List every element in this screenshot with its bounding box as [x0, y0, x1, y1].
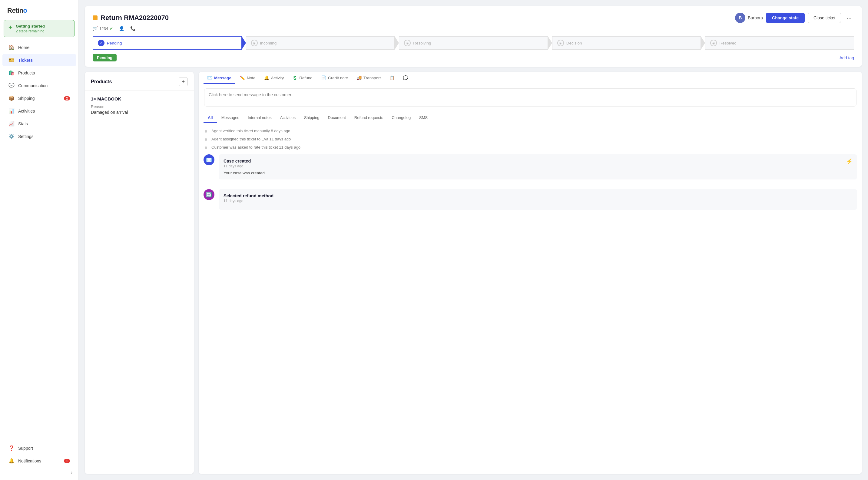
- sidebar-item-activities[interactable]: 📊 Activities: [2, 105, 76, 117]
- phone-value: –: [137, 26, 139, 31]
- sidebar-item-support[interactable]: ❓ Support: [2, 442, 76, 454]
- home-icon: 🏠: [8, 44, 14, 50]
- timeline-body: Your case was created: [223, 171, 852, 175]
- sidebar-item-label: Tickets: [18, 58, 33, 63]
- sidebar-item-label: Notifications: [18, 458, 41, 464]
- tab-note[interactable]: ✏️ Note: [236, 72, 259, 84]
- progress-step-resolving[interactable]: ◉ Resolving: [399, 36, 548, 49]
- activity-item: Agent verified this ticket manually 8 da…: [199, 127, 862, 135]
- assignee-name: Barbora: [748, 15, 763, 20]
- credit_note-tab-label: Credit note: [328, 76, 348, 80]
- sidebar-item-settings[interactable]: ⚙️ Settings: [2, 130, 76, 142]
- sidebar-item-communication[interactable]: 💬 Communication: [2, 79, 76, 92]
- bottom-split: Products + 1× MACBOOK Reason Damaged on …: [85, 72, 862, 474]
- message-panel: ✉️ Message ✏️ Note 🔔 Activity 💲 Refund 📄…: [199, 72, 862, 474]
- customer-meta: 👤: [119, 26, 124, 31]
- tab-refund[interactable]: 💲 Refund: [289, 72, 316, 84]
- add-tag-button[interactable]: Add tag: [840, 56, 854, 60]
- sidebar-item-stats[interactable]: 📈 Stats: [2, 117, 76, 130]
- step-arrow: [242, 36, 246, 49]
- sidebar-bottom: ❓ Support 🔔 Notifications 1 ›: [0, 439, 79, 480]
- sidebar-item-label: Shipping: [18, 96, 35, 101]
- sidebar-item-label: Communication: [18, 83, 48, 88]
- filter-tab-internal_notes[interactable]: Internal notes: [244, 112, 276, 123]
- compose-input[interactable]: [204, 89, 857, 106]
- tab-chat[interactable]: 💭: [399, 72, 411, 84]
- phone-meta: 📞 –: [130, 26, 139, 31]
- filter-tab-shipping[interactable]: Shipping: [300, 112, 324, 123]
- change-state-button[interactable]: Change state: [766, 13, 805, 23]
- close-ticket-button[interactable]: Close ticket: [808, 13, 841, 23]
- document-tab-icon: 📋: [389, 75, 394, 80]
- sidebar-item-label: Activities: [18, 109, 35, 113]
- order-number: 1234: [99, 26, 108, 31]
- timeline-action-icon[interactable]: ⚡: [846, 158, 853, 165]
- assignee-display[interactable]: B Barbora: [735, 13, 763, 23]
- product-item: 1× MACBOOK Reason Damaged on arrival: [85, 91, 194, 120]
- stats-icon: 📈: [8, 121, 14, 127]
- note-tab-label: Note: [247, 76, 256, 80]
- sidebar-item-label: Support: [18, 446, 33, 451]
- sidebar-item-label: Products: [18, 70, 35, 75]
- filter-tab-sms[interactable]: SMS: [415, 112, 432, 123]
- timeline-time: 11 days ago: [223, 164, 852, 168]
- sidebar-item-notifications[interactable]: 🔔 Notifications 1: [2, 454, 76, 467]
- collapse-sidebar-button[interactable]: ›: [0, 467, 79, 478]
- step-arrow: [395, 36, 399, 49]
- tab-transport[interactable]: 🚚 Transport: [353, 72, 384, 84]
- products-panel-title: Products: [91, 79, 112, 84]
- chat-tab-icon: 💭: [403, 75, 408, 80]
- timeline-content: Case created 11 days ago Your case was c…: [219, 155, 857, 179]
- step-circle: ◉: [710, 40, 717, 46]
- sidebar-item-shipping[interactable]: 📦 Shipping 2: [2, 92, 76, 104]
- filter-tab-all[interactable]: All: [204, 112, 217, 123]
- ticket-color-indicator: [93, 15, 97, 20]
- bottom-nav-menu: ❓ Support 🔔 Notifications 1: [0, 442, 79, 467]
- tab-message[interactable]: ✉️ Message: [204, 72, 235, 84]
- tab-credit_note[interactable]: 📄 Credit note: [317, 72, 352, 84]
- add-product-button[interactable]: +: [179, 77, 188, 86]
- tab-document[interactable]: 📋: [385, 72, 398, 84]
- credit_note-tab-icon: 📄: [321, 75, 326, 80]
- product-reason-label: Reason: [91, 104, 188, 109]
- activity-feed: Agent verified this ticket manually 8 da…: [199, 123, 862, 474]
- progress-step-incoming[interactable]: ◉ Incoming: [246, 36, 395, 49]
- main-content: Return RMA20220070 B Barbora Change stat…: [79, 0, 868, 480]
- filter-tab-refund_requests[interactable]: Refund requests: [350, 112, 388, 123]
- cart-icon: 🛒: [93, 26, 98, 31]
- products-panel-header: Products +: [85, 72, 194, 91]
- filter-tab-messages[interactable]: Messages: [217, 112, 244, 123]
- ticket-title: Return RMA20220070: [93, 14, 169, 22]
- sidebar-item-products[interactable]: 🛍️ Products: [2, 67, 76, 79]
- timeline-avatar: ✉️: [204, 155, 214, 165]
- progress-step-pending[interactable]: ✓ Pending: [93, 36, 242, 49]
- step-arrow: [548, 36, 552, 49]
- sidebar-item-label: Settings: [18, 134, 34, 139]
- filter-tab-activities[interactable]: Activities: [276, 112, 300, 123]
- ticket-title-row: Return RMA20220070 B Barbora Change stat…: [93, 13, 854, 23]
- sidebar-item-tickets[interactable]: 🎫 Tickets: [2, 54, 76, 66]
- getting-started-banner[interactable]: ✦ Getting started 2 steps remaining: [4, 20, 75, 37]
- support-icon: ❓: [8, 445, 14, 451]
- communication-icon: 💬: [8, 82, 14, 89]
- sidebar-item-home[interactable]: 🏠 Home: [2, 41, 76, 54]
- product-reason-value: Damaged on arrival: [91, 110, 188, 115]
- step-circle: ✓: [98, 40, 104, 46]
- tab-activity[interactable]: 🔔 Activity: [260, 72, 288, 84]
- message-tab-bar: ✉️ Message ✏️ Note 🔔 Activity 💲 Refund 📄…: [199, 72, 862, 84]
- activity-text: Agent assigned this ticket to Eva 11 day…: [211, 137, 291, 141]
- filter-tab-changelog[interactable]: Changelog: [388, 112, 415, 123]
- sparkle-icon: ✦: [8, 24, 13, 31]
- sidebar-item-label: Stats: [18, 122, 28, 126]
- filter-tab-document[interactable]: Document: [324, 112, 350, 123]
- timeline-title: Selected refund method: [223, 194, 852, 198]
- transport-tab-label: Transport: [364, 76, 381, 80]
- notifications-badge: 1: [64, 459, 70, 463]
- activities-icon: 📊: [8, 108, 14, 114]
- progress-step-decision[interactable]: ◉ Decision: [552, 36, 701, 49]
- progress-step-resolved[interactable]: ◉ Resolved: [705, 36, 854, 49]
- message-tab-icon: ✉️: [207, 75, 212, 80]
- more-options-button[interactable]: ···: [844, 13, 854, 23]
- tag-row: Pending Add tag: [93, 54, 854, 62]
- nav-menu: 🏠 Home 🎫 Tickets 🛍️ Products 💬 Communica…: [0, 41, 79, 143]
